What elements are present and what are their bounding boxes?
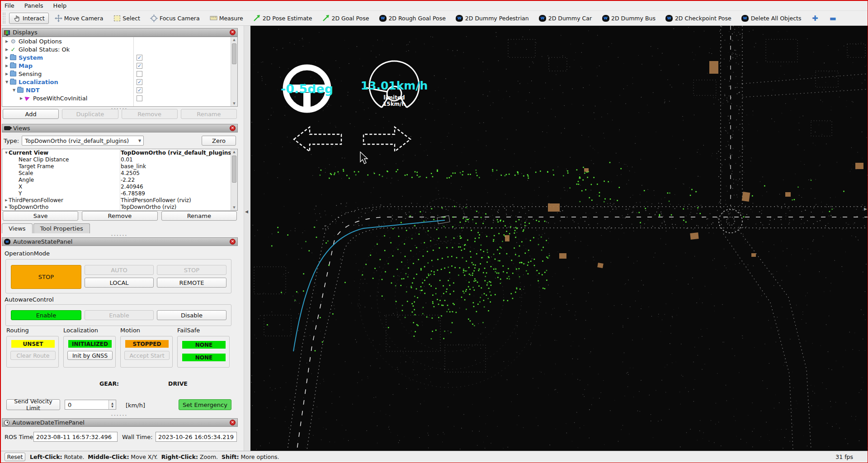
close-icon[interactable]: ✕	[230, 420, 236, 425]
tool-2d-dummy-bus-button[interactable]: w2D Dummy Bus	[598, 13, 660, 24]
duplicate-display-button[interactable]: Duplicate	[62, 109, 118, 119]
collapse-arrow-icon[interactable]: ▶	[19, 96, 24, 100]
collapse-left-icon[interactable]: ◀	[245, 209, 248, 214]
prop-value[interactable]: 4.2505	[119, 170, 237, 176]
collapse-arrow-icon[interactable]: ▶	[4, 64, 9, 68]
rename-display-button[interactable]: Rename	[181, 109, 237, 119]
rename-view-button[interactable]: Rename	[161, 211, 237, 221]
views-table-scrollbar[interactable]: ▲▼	[231, 149, 237, 210]
expand-arrow-icon[interactable]: ▼	[11, 88, 17, 92]
tool-focus-camera-button[interactable]: Focus Camera	[146, 13, 204, 24]
collapse-arrow-icon[interactable]: ▶	[4, 39, 9, 43]
splitter-handle[interactable]: ••••••	[1, 234, 238, 237]
tree-row-checkbox[interactable]: ✓	[137, 79, 142, 85]
tree-row-system[interactable]: ▶System✓	[2, 53, 237, 61]
remove-display-button[interactable]: Remove	[122, 109, 178, 119]
accept-start-button[interactable]: Accept Start	[124, 351, 170, 360]
tree-row-checkbox[interactable]: ✓	[137, 63, 142, 69]
tree-row-global-status-ok[interactable]: ▶✓Global Status: Ok	[2, 45, 237, 53]
collapse-arrow-icon[interactable]: ▶	[4, 47, 9, 52]
set-emergency-button[interactable]: Set Emergency	[179, 399, 231, 410]
zero-button[interactable]: Zero	[202, 136, 236, 146]
3d-viewport[interactable]: -0.5deg 13.01km/h limited15km/h ▶	[250, 26, 868, 451]
tree-row-checkbox[interactable]	[137, 71, 142, 77]
menu-help[interactable]: Help	[53, 2, 67, 9]
expand-arrow-icon[interactable]: ▼	[4, 80, 9, 84]
tool-plus-button[interactable]: ✚	[807, 13, 823, 24]
close-icon[interactable]: ✕	[230, 239, 236, 245]
displays-tree-scrollbar[interactable]: ▲▼	[231, 37, 237, 106]
collapse-right-icon[interactable]: ▶	[864, 207, 867, 211]
operation-local-button[interactable]: LOCAL	[85, 278, 154, 288]
close-icon[interactable]: ✕	[230, 125, 236, 131]
tool-move-camera-button[interactable]: Move Camera	[51, 13, 108, 24]
menu-file[interactable]: File	[5, 2, 14, 9]
collapse-arrow-icon[interactable]: ▶	[4, 56, 9, 60]
view-prop-topdownortho[interactable]: ▶TopDownOrthoTopDownOrtho (rviz)	[2, 203, 237, 210]
operation-stop-button[interactable]: STOP	[11, 265, 81, 289]
tool-2d-goal-pose-button[interactable]: 2D Goal Pose	[318, 13, 373, 24]
collapse-arrow-icon[interactable]: ▶	[4, 72, 9, 76]
velocity-limit-spinbox[interactable]: 0 ▲▼	[65, 400, 116, 410]
tool-minus-button[interactable]: ▬	[825, 13, 840, 24]
tree-row-localization[interactable]: ▼Localization✓	[2, 78, 237, 86]
tool-2d-pose-estimate-button[interactable]: 2D Pose Estimate	[249, 13, 316, 24]
panel-collapse-strip[interactable]: ◀	[244, 26, 250, 451]
add-display-button[interactable]: Add	[3, 109, 59, 119]
datetime-panel-titlebar[interactable]: AutowareDateTimePanel ✕	[2, 418, 238, 427]
prop-value[interactable]: TopDownOrtho (rviz)	[119, 204, 237, 210]
autoware-state-panel-titlebar[interactable]: w AutowareStatePanel ✕	[2, 237, 238, 246]
tree-row-sensing[interactable]: ▶Sensing	[2, 70, 237, 78]
view-prop-target-frame[interactable]: Target Framebase_link	[2, 163, 237, 170]
remove-view-button[interactable]: Remove	[82, 211, 157, 221]
control-enable-button[interactable]: Enable	[11, 310, 81, 320]
tree-row-map[interactable]: ▶Map✓	[2, 61, 237, 70]
tree-row-ndt[interactable]: ▼NDT✓	[2, 86, 237, 94]
ros-time-field[interactable]: 2023-08-11 16:57:32.496	[33, 432, 118, 442]
displays-panel-titlebar[interactable]: Displays ✕	[2, 28, 238, 37]
prop-value[interactable]: 0.01	[119, 156, 237, 163]
row-arrow-icon[interactable]: ▶	[4, 205, 9, 209]
tree-row-checkbox[interactable]	[137, 95, 142, 101]
init-by-gnss-button[interactable]: Init by GNSS	[67, 351, 113, 360]
view-prop-near-clip-distance[interactable]: Near Clip Distance0.01	[2, 156, 237, 163]
operation-auto-button[interactable]: AUTO	[85, 265, 154, 275]
view-prop-y[interactable]: Y-6.78589	[2, 190, 237, 197]
tool-2d-checkpoint-pose-button[interactable]: w2D Checkpoint Pose	[661, 13, 736, 24]
view-prop-scale[interactable]: Scale4.2505	[2, 170, 237, 176]
operation-remote-button[interactable]: REMOTE	[157, 278, 226, 288]
send-velocity-limit-button[interactable]: Send Velocity Limit	[6, 399, 60, 410]
tree-row-checkbox[interactable]: ✓	[137, 55, 142, 61]
control-disable-button[interactable]: Disable	[157, 310, 226, 320]
tool-interact-button[interactable]: Interact	[9, 13, 49, 24]
view-type-combobox[interactable]: TopDownOrtho (rviz_default_plugins) ▼	[22, 136, 144, 146]
operation-stop-small-button[interactable]: STOP	[157, 265, 226, 275]
menu-panels[interactable]: Panels	[24, 2, 43, 9]
tab-tool-properties[interactable]: Tool Properties	[33, 223, 90, 233]
prop-value[interactable]: -6.78589	[119, 190, 237, 197]
tool-delete-all-objects-button[interactable]: wDelete All Objects	[737, 13, 806, 24]
control-enable-disabled-button[interactable]: Enable	[85, 310, 154, 320]
tree-row-global-options[interactable]: ▶⚙Global Options	[2, 37, 237, 45]
prop-value[interactable]: TopDownOrtho (rviz_default_plugins	[119, 150, 237, 156]
tool-2d-dummy-pedestrian-button[interactable]: w2D Dummy Pedestrian	[452, 13, 533, 24]
row-arrow-icon[interactable]: ▼	[4, 151, 9, 155]
view-prop-current-view[interactable]: ▼Current ViewTopDownOrtho (rviz_default_…	[2, 149, 237, 156]
prop-value[interactable]: 2.40946	[119, 184, 237, 190]
reset-button[interactable]: Reset	[5, 453, 25, 461]
views-panel-titlebar[interactable]: Views ✕	[2, 124, 238, 132]
tool-select-button[interactable]: Select	[109, 13, 144, 24]
row-arrow-icon[interactable]: ▶	[4, 198, 9, 202]
prop-value[interactable]: -2.22	[119, 177, 237, 183]
tab-views[interactable]: Views	[2, 223, 33, 233]
toolbar-grip[interactable]	[3, 13, 5, 24]
wall-time-field[interactable]: 2023-10-26 16:05:34.219	[156, 432, 237, 442]
prop-value[interactable]: ThirdPersonFollower (rviz)	[119, 197, 237, 203]
tool-measure-button[interactable]: Measure	[206, 13, 247, 24]
clear-route-button[interactable]: Clear Route	[10, 351, 56, 360]
spinbox-arrows-icon[interactable]: ▲▼	[108, 400, 116, 409]
view-prop-x[interactable]: X2.40946	[2, 183, 237, 190]
tool-2d-rough-goal-pose-button[interactable]: w2D Rough Goal Pose	[375, 13, 449, 24]
splitter-handle[interactable]: ••••••	[1, 414, 238, 417]
tree-row-posewithcovinitial[interactable]: ▶PoseWithCovInitial	[2, 94, 237, 102]
